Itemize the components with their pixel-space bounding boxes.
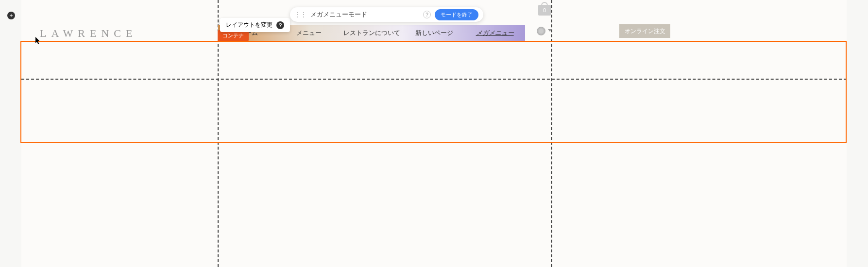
- drag-handle-icon[interactable]: ⋮⋮: [295, 11, 306, 18]
- nav-item-newpage[interactable]: 新しいページ: [404, 29, 465, 37]
- cart-bag: 0: [538, 5, 551, 16]
- globe-icon[interactable]: [537, 27, 545, 35]
- end-mode-button[interactable]: モードを終了: [435, 9, 478, 20]
- guide-line-vertical-right: [551, 0, 552, 267]
- cursor-icon: [35, 37, 41, 46]
- online-order-button[interactable]: オンライン注文: [619, 24, 670, 38]
- mode-banner: ⋮⋮ メガメニューモード ? モードを終了: [290, 7, 483, 22]
- chevron-down-icon[interactable]: [548, 29, 552, 32]
- mode-banner-text: メガメニューモード: [310, 10, 423, 19]
- cart-count: 0: [543, 7, 546, 13]
- site-logo[interactable]: LAWRENCE: [40, 27, 137, 40]
- layout-tooltip-label: レイアウトを変更: [226, 21, 272, 29]
- help-icon[interactable]: ?: [276, 21, 284, 29]
- cart-icon[interactable]: 0: [538, 2, 551, 16]
- guide-line-horizontal: [21, 79, 847, 80]
- layout-change-tooltip[interactable]: レイアウトを変更 ?: [220, 18, 290, 32]
- nav-item-megamenu[interactable]: メガメニュー: [464, 29, 525, 37]
- help-icon[interactable]: ?: [423, 11, 431, 18]
- nav-item-about[interactable]: レストランについて: [340, 29, 404, 37]
- add-element-button[interactable]: +: [7, 12, 15, 19]
